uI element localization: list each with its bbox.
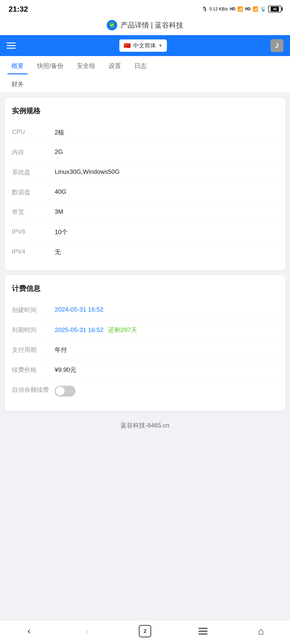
spec-row-cpu: CPU 2核 bbox=[12, 122, 278, 142]
user-avatar[interactable]: J bbox=[270, 39, 283, 52]
nav-header: 🇨🇳 中文简体 ▼ J bbox=[0, 35, 290, 56]
status-bar: 21:32 🐧 0.12 KB/s HD 📶 HD 📶 📡 40 bbox=[0, 0, 290, 16]
battery-icon: 40 bbox=[268, 6, 281, 12]
tab-switcher-button[interactable]: 2 bbox=[136, 624, 155, 638]
forward-button[interactable]: › bbox=[78, 624, 97, 638]
billing-info-title: 计费信息 bbox=[12, 284, 278, 294]
app-title-text: 产品详情 | 蓝谷科技 bbox=[121, 20, 183, 30]
spec-label-bandwidth: 带宽 bbox=[12, 208, 55, 216]
signal-icon: 📶 bbox=[237, 6, 243, 12]
tab-overview[interactable]: 概要 bbox=[5, 56, 31, 74]
spec-label-cpu: CPU bbox=[12, 128, 55, 136]
signal-icon2: 📶 bbox=[252, 6, 258, 12]
billing-label-renew-price: 续费价格 bbox=[12, 366, 55, 374]
bottom-nav: ‹ › 2 ⌂ bbox=[0, 620, 290, 644]
billing-row-create-time: 创建时间 2024-05-31 16:52 bbox=[12, 300, 278, 320]
billing-label-pay-cycle: 支付周期 bbox=[12, 346, 55, 354]
billing-row-renew-price: 续费价格 ¥9.90元 bbox=[12, 360, 278, 380]
home-button[interactable]: ⌂ bbox=[251, 624, 270, 638]
spec-value-ram: 2G bbox=[55, 148, 63, 156]
spec-value-bandwidth: 3M bbox=[55, 208, 63, 216]
status-time: 21:32 bbox=[9, 5, 28, 14]
language-label: 中文简体 bbox=[133, 42, 156, 50]
menu-button[interactable] bbox=[193, 624, 212, 638]
spec-row-ipv4: IPV4 无 bbox=[12, 242, 278, 262]
status-icons: 🐧 0.12 KB/s HD 📶 HD 📶 📡 40 bbox=[202, 6, 281, 12]
spec-value-data-disk: 40G bbox=[55, 188, 66, 196]
chevron-down-icon: ▼ bbox=[158, 43, 163, 48]
billing-value-expire-time: 2025-05-31 16:52 还剩297天 bbox=[55, 326, 137, 334]
billing-label-auto-renew: 自动余额续费 bbox=[12, 386, 55, 394]
tab-security-group[interactable]: 安全组 bbox=[70, 56, 102, 74]
billing-row-pay-cycle: 支付周期 年付 bbox=[12, 340, 278, 360]
instance-spec-title: 实例规格 bbox=[12, 106, 278, 116]
domain-footer: 蓝谷科技-8465.cn bbox=[5, 416, 285, 433]
network-speed: 0.12 KB/s bbox=[209, 7, 228, 12]
spec-row-sys-disk: 系统盘 Linux30G,Windows50G bbox=[12, 162, 278, 182]
auto-renew-toggle[interactable] bbox=[55, 386, 76, 396]
billing-value-renew-price: ¥9.90元 bbox=[55, 366, 76, 374]
hd-badge2: HD bbox=[245, 7, 250, 11]
language-selector[interactable]: 🇨🇳 中文简体 ▼ bbox=[119, 40, 167, 52]
billing-info-card: 计费信息 创建时间 2024-05-31 16:52 到期时间 2025-05-… bbox=[5, 275, 285, 411]
spec-row-bandwidth: 带宽 3M bbox=[12, 202, 278, 222]
spec-label-data-disk: 数据盘 bbox=[12, 188, 55, 196]
spec-value-ipv4: 无 bbox=[55, 248, 61, 256]
app-title-bar: 产品详情 | 蓝谷科技 bbox=[0, 16, 290, 35]
billing-value-create-time: 2024-05-31 16:52 bbox=[55, 306, 103, 313]
menu-icon bbox=[198, 628, 207, 634]
billing-row-expire-time: 到期时间 2025-05-31 16:52 还剩297天 bbox=[12, 320, 278, 340]
shield-icon bbox=[107, 20, 117, 30]
spec-value-cpu: 2核 bbox=[55, 128, 64, 136]
hamburger-menu[interactable] bbox=[7, 42, 16, 49]
wifi-icon: 📡 bbox=[260, 6, 266, 12]
tabs-row2: 财务 bbox=[5, 74, 285, 92]
tab-settings[interactable]: 设置 bbox=[102, 56, 128, 74]
penguin-icon: 🐧 bbox=[202, 6, 207, 12]
spec-label-sys-disk: 系统盘 bbox=[12, 168, 55, 176]
hd-badge: HD bbox=[230, 7, 235, 11]
tab-logs[interactable]: 日志 bbox=[128, 56, 153, 74]
billing-label-create-time: 创建时间 bbox=[12, 306, 55, 314]
spec-row-ram: 内存 2G bbox=[12, 142, 278, 162]
instance-spec-card: 实例规格 CPU 2核 内存 2G 系统盘 Linux30G,Windows50… bbox=[5, 98, 285, 270]
spec-label-ipv4: IPV4 bbox=[12, 248, 55, 255]
flag-emoji: 🇨🇳 bbox=[124, 42, 131, 49]
billing-label-expire-time: 到期时间 bbox=[12, 326, 55, 334]
spec-label-ipv6: IPV6 bbox=[12, 228, 55, 235]
tabs-row1: 概要 快照/备份 安全组 设置 日志 bbox=[5, 56, 285, 74]
spec-value-ipv6: 10个 bbox=[55, 228, 68, 236]
home-icon: ⌂ bbox=[258, 626, 264, 637]
spec-row-ipv6: IPV6 10个 bbox=[12, 222, 278, 242]
billing-value-pay-cycle: 年付 bbox=[55, 346, 67, 354]
spec-label-ram: 内存 bbox=[12, 148, 55, 156]
tab-count-icon: 2 bbox=[139, 625, 151, 637]
spec-row-data-disk: 数据盘 40G bbox=[12, 182, 278, 202]
main-content: 实例规格 CPU 2核 内存 2G 系统盘 Linux30G,Windows50… bbox=[0, 93, 290, 438]
tab-snapshot[interactable]: 快照/备份 bbox=[31, 56, 70, 74]
tabs-container: 概要 快照/备份 安全组 设置 日志 财务 bbox=[0, 56, 290, 93]
back-button[interactable]: ‹ bbox=[20, 624, 39, 638]
back-icon: ‹ bbox=[28, 626, 31, 636]
billing-row-auto-renew: 自动余额续费 bbox=[12, 380, 278, 402]
tab-billing[interactable]: 财务 bbox=[5, 74, 31, 92]
remaining-days-badge: 还剩297天 bbox=[108, 326, 137, 334]
forward-icon: › bbox=[86, 626, 89, 636]
spec-value-sys-disk: Linux30G,Windows50G bbox=[55, 168, 120, 176]
